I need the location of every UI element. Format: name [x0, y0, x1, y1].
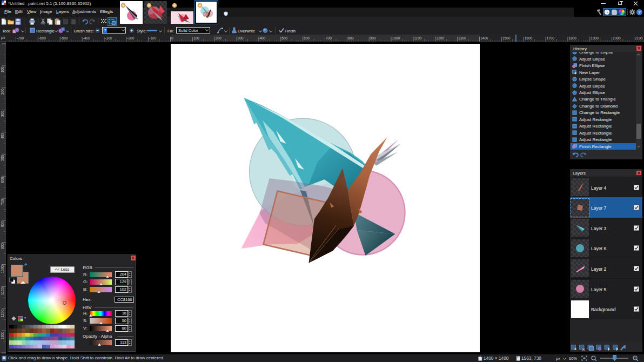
- svg-text:700: 700: [1, 199, 4, 205]
- svg-text:300: 300: [238, 36, 244, 40]
- svg-text:1100: 1100: [414, 36, 421, 40]
- svg-text:100: 100: [1, 66, 4, 72]
- svg-text:400: 400: [1, 133, 4, 139]
- svg-text:300: 300: [1, 111, 4, 117]
- svg-text:-100: -100: [149, 36, 156, 40]
- svg-text:1000: 1000: [1, 265, 4, 273]
- svg-text:-500: -500: [61, 36, 68, 40]
- svg-text:-200: -200: [127, 36, 134, 40]
- svg-text:1600: 1600: [525, 36, 533, 40]
- svg-text:800: 800: [348, 36, 354, 40]
- svg-text:800: 800: [1, 221, 4, 227]
- svg-text:-400: -400: [83, 36, 90, 40]
- svg-text:500: 500: [281, 36, 287, 40]
- svg-text:1800: 1800: [568, 36, 576, 40]
- svg-text:100: 100: [193, 36, 199, 40]
- svg-text:2100: 2100: [635, 36, 643, 40]
- svg-text:200: 200: [216, 36, 222, 40]
- svg-text:600: 600: [304, 36, 310, 40]
- svg-text:200: 200: [1, 89, 4, 95]
- svg-text:400: 400: [259, 36, 265, 40]
- svg-text:700: 700: [326, 36, 332, 40]
- svg-text:-600: -600: [39, 36, 46, 40]
- svg-text:1300: 1300: [1, 331, 4, 339]
- svg-text:500: 500: [1, 155, 4, 160]
- svg-text:1000: 1000: [392, 36, 400, 40]
- svg-text:-700: -700: [17, 36, 24, 40]
- svg-text:1200: 1200: [1, 309, 4, 317]
- svg-text:600: 600: [1, 177, 4, 183]
- svg-text:0: 0: [171, 36, 173, 40]
- svg-text:900: 900: [1, 243, 4, 249]
- svg-text:-300: -300: [105, 36, 112, 40]
- svg-text:1300: 1300: [458, 36, 466, 40]
- svg-text:1500: 1500: [502, 36, 511, 40]
- svg-text:1900: 1900: [591, 36, 599, 40]
- svg-text:900: 900: [370, 36, 376, 40]
- svg-text:1100: 1100: [1, 287, 4, 295]
- svg-text:1200: 1200: [436, 36, 444, 40]
- svg-text:1700: 1700: [547, 36, 555, 40]
- svg-text:1400: 1400: [480, 36, 488, 40]
- svg-text:2000: 2000: [613, 36, 621, 40]
